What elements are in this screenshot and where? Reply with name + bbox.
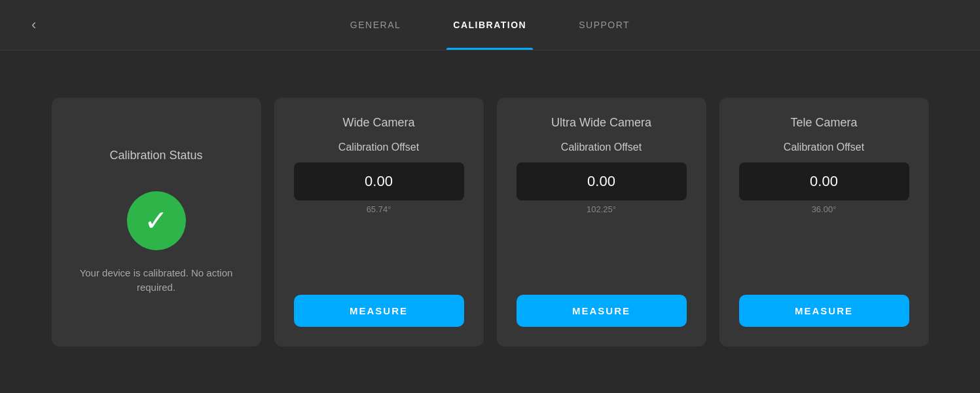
back-button[interactable]: ‹ [26,11,41,39]
tab-support[interactable]: SUPPORT [572,0,636,50]
tab-general-label: GENERAL [350,20,401,30]
tele-camera-card: Tele Camera Calibration Offset 0.00 36.0… [719,98,929,346]
ultra-wide-camera-card: Ultra Wide Camera Calibration Offset 0.0… [497,98,706,346]
ultra-wide-camera-degree: 102.25° [587,204,616,214]
nav-tabs: GENERAL CALIBRATION SUPPORT [344,0,636,50]
wide-camera-degree: 65.74° [367,204,391,214]
tele-camera-offset-value: 0.00 [739,162,909,200]
tele-camera-degree: 36.00° [812,204,837,214]
status-icon: ✓ [127,191,186,250]
tab-calibration[interactable]: CALIBRATION [446,0,533,50]
ultra-wide-camera-offset-label: Calibration Offset [561,141,642,153]
tab-support-label: SUPPORT [579,20,630,30]
ultra-wide-camera-offset-value: 0.00 [517,162,687,200]
ultra-wide-camera-measure-button[interactable]: MEASURE [517,295,687,327]
wide-camera-measure-button[interactable]: MEASURE [294,295,464,327]
calibration-status-card: Calibration Status ✓ Your device is cali… [52,98,261,346]
tab-general[interactable]: GENERAL [344,0,407,50]
wide-camera-offset-label: Calibration Offset [338,141,419,153]
wide-camera-card: Wide Camera Calibration Offset 0.00 65.7… [274,98,484,346]
tele-camera-measure-button[interactable]: MEASURE [739,295,909,327]
ultra-wide-camera-title: Ultra Wide Camera [551,116,651,130]
header: ‹ GENERAL CALIBRATION SUPPORT [0,0,980,50]
tele-camera-title: Tele Camera [790,116,857,130]
tab-calibration-label: CALIBRATION [453,20,526,30]
status-message: Your device is calibrated. No action req… [71,266,242,295]
wide-camera-offset-value: 0.00 [294,162,464,200]
status-card-title: Calibration Status [109,149,202,162]
tele-camera-offset-label: Calibration Offset [784,141,864,153]
wide-camera-title: Wide Camera [342,116,414,130]
main-content: Calibration Status ✓ Your device is cali… [0,50,980,393]
check-icon: ✓ [144,206,168,235]
